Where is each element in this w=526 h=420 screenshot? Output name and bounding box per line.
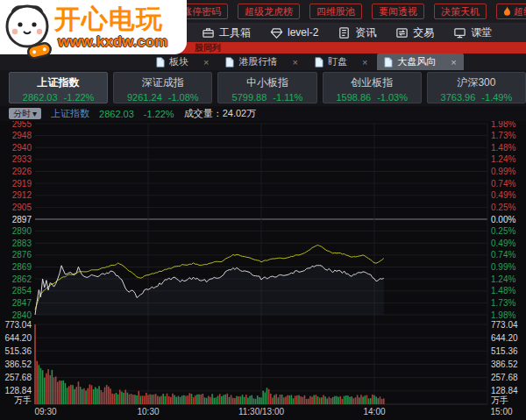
toolbox-icon xyxy=(202,26,215,39)
document-icon xyxy=(225,57,234,68)
menu-button-strategy[interactable]: 决策天机 xyxy=(434,4,487,19)
index-name: 上证指数 xyxy=(10,75,107,90)
index-name: 创业板指 xyxy=(323,75,421,90)
svg-text:2905: 2905 xyxy=(12,203,32,212)
banner-label[interactable]: 股同列 xyxy=(195,42,221,53)
svg-text:2919: 2919 xyxy=(12,179,32,189)
svg-text:10:30: 10:30 xyxy=(137,407,159,416)
svg-text:1.73%: 1.73% xyxy=(491,131,515,140)
toolbar-item-news[interactable]: 资讯 xyxy=(338,25,376,40)
menu-button-dragon-tiger-list[interactable]: 超级龙虎榜 xyxy=(238,4,300,19)
svg-text:万手: 万手 xyxy=(491,395,508,405)
intraday-chart-svg[interactable]: 2955294829402933292629192912290528972890… xyxy=(0,121,526,420)
svg-text:386.52: 386.52 xyxy=(491,359,518,369)
svg-text:2933: 2933 xyxy=(12,154,32,164)
tab-label: 港股行情 xyxy=(238,55,277,68)
menu-button-label: 超级短打 xyxy=(514,5,526,18)
index-card-sse[interactable]: 上证指数 2862.03-1.22% xyxy=(9,72,108,103)
svg-text:14:00: 14:00 xyxy=(363,407,385,416)
svg-text:1.24%: 1.24% xyxy=(491,274,515,284)
tab-label: 大盘风向 xyxy=(397,55,436,68)
index-cards-row: 上证指数 2862.03-1.22% 深证成指 9261.24-1.08% 中小… xyxy=(0,70,526,106)
period-dropdown[interactable]: 分时 ▾ xyxy=(9,108,41,119)
svg-text:0.74%: 0.74% xyxy=(491,179,515,189)
svg-text:1.48%: 1.48% xyxy=(491,286,515,295)
menu-button-super-short-hit[interactable]: 超级短打 xyxy=(496,4,526,19)
svg-text:2926: 2926 xyxy=(12,167,32,176)
svg-text:0.25%: 0.25% xyxy=(491,203,515,212)
index-card-csi300[interactable]: 沪深300 3763.96-1.49% xyxy=(427,72,526,103)
svg-text:257.68: 257.68 xyxy=(491,373,518,382)
svg-text:2955: 2955 xyxy=(12,121,32,129)
index-name: 深证成指 xyxy=(114,75,211,90)
chevron-down-icon: ▾ xyxy=(32,108,37,119)
close-icon[interactable]: × xyxy=(292,57,297,68)
toolbar-item-label: 工具箱 xyxy=(219,25,251,40)
document-icon xyxy=(315,57,323,68)
svg-text:515.36: 515.36 xyxy=(491,346,518,356)
tab-bar: 板块 × 港股行情 × 盯盘 × 大盘风向 × xyxy=(0,53,526,70)
svg-text:2876: 2876 xyxy=(12,250,32,260)
price-axis-left: 2955294829402933292629192912290528972890… xyxy=(12,121,32,320)
svg-text:2854: 2854 xyxy=(12,286,32,295)
monitor-icon xyxy=(453,26,466,39)
svg-text:1.24%: 1.24% xyxy=(491,154,515,164)
period-label: 分时 xyxy=(13,108,31,119)
index-value: 9261.24 xyxy=(127,92,162,103)
index-link[interactable]: 上证指数 xyxy=(51,107,89,120)
index-card-szse[interactable]: 深证成指 9261.24-1.08% xyxy=(113,72,212,103)
tab-hk-quotes[interactable]: 港股行情 × xyxy=(218,53,304,70)
svg-text:644.20: 644.20 xyxy=(4,333,32,343)
menu-button-stock-pool[interactable]: 四维股池 xyxy=(309,4,362,19)
svg-text:0.00%: 0.00% xyxy=(491,215,515,224)
tab-market-wind[interactable]: 大盘风向 × xyxy=(377,53,463,70)
svg-text:257.68: 257.68 xyxy=(4,373,32,382)
index-value: 5799.88 xyxy=(232,92,267,103)
index-change: -1.08% xyxy=(168,92,199,103)
svg-text:386.52: 386.52 xyxy=(4,359,32,369)
price-area-fill xyxy=(35,266,384,315)
svg-text:15:00: 15:00 xyxy=(490,407,512,416)
svg-text:0.25%: 0.25% xyxy=(491,226,515,236)
header-price: 2862.03 xyxy=(99,109,134,119)
toolbar-item-label: 交易 xyxy=(413,25,434,40)
svg-text:2897: 2897 xyxy=(12,215,32,224)
svg-text:1.73%: 1.73% xyxy=(491,298,515,308)
diamond-icon xyxy=(270,26,283,39)
news-icon xyxy=(338,26,351,39)
svg-text:773.04: 773.04 xyxy=(491,320,518,330)
tab-label: 板块 xyxy=(169,55,188,68)
flame-icon xyxy=(503,6,511,17)
svg-text:0.74%: 0.74% xyxy=(491,250,515,260)
tab-label: 盯盘 xyxy=(328,55,347,68)
close-icon[interactable]: × xyxy=(203,57,209,68)
svg-text:2862: 2862 xyxy=(12,274,32,284)
close-icon[interactable]: × xyxy=(362,57,367,68)
kxdw-watermark-logo: 开心电玩 www.kxdw.com xyxy=(0,0,187,54)
toolbar-item-level2[interactable]: level-2 xyxy=(270,26,318,39)
svg-text:515.36: 515.36 xyxy=(4,346,32,356)
index-change: -1.03% xyxy=(377,92,408,103)
menu-button-news-insight[interactable]: 要闻透视 xyxy=(372,4,424,19)
index-value: 1598.86 xyxy=(336,92,371,103)
svg-text:1.48%: 1.48% xyxy=(491,143,515,153)
svg-text:2869: 2869 xyxy=(12,262,32,272)
tab-sectors[interactable]: 板块 × xyxy=(149,53,216,70)
document-icon xyxy=(384,57,393,68)
index-card-chinext[interactable]: 创业板指 1598.86-1.03% xyxy=(323,72,422,103)
svg-text:0.49%: 0.49% xyxy=(491,190,515,200)
toolbar-item-classroom[interactable]: 课堂 xyxy=(453,25,492,40)
index-card-sme[interactable]: 中小板指 5799.88-1.11% xyxy=(217,72,316,103)
svg-text:0.49%: 0.49% xyxy=(491,238,515,248)
tab-watchlist[interactable]: 盯盘 × xyxy=(308,53,374,70)
header-change: -1.22% xyxy=(144,109,174,119)
close-icon[interactable]: × xyxy=(451,57,456,68)
svg-text:128.84: 128.84 xyxy=(491,386,518,395)
svg-text:2847: 2847 xyxy=(12,298,32,308)
svg-text:773.04: 773.04 xyxy=(4,320,32,330)
toolbar-item-toolbox[interactable]: 工具箱 xyxy=(202,25,251,40)
toolbar-item-trade[interactable]: 交易 xyxy=(395,25,434,40)
index-value: 2862.03 xyxy=(23,92,58,103)
toolbar-item-label: 资讯 xyxy=(355,25,376,40)
svg-text:0.99%: 0.99% xyxy=(491,167,515,176)
